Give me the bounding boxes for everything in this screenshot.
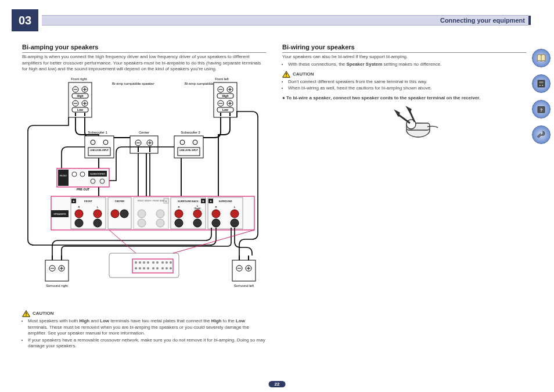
svg-text:Low: Low [222,108,228,112]
biwire-illustration [369,106,439,141]
svg-rect-148 [286,76,286,77]
caution-label: CAUTION [33,311,53,317]
svg-point-38 [91,140,95,145]
device-icon[interactable] [532,74,551,93]
svg-text:B: B [203,200,204,203]
svg-point-127 [135,261,137,264]
biwire-bullets: With these connections, the Speaker Syst… [282,62,526,67]
svg-point-107 [212,210,220,218]
svg-point-133 [161,261,164,264]
svg-text:CENTER: CENTER [115,200,125,203]
svg-point-136 [135,267,137,269]
svg-point-49 [180,140,185,145]
svg-point-62 [91,179,95,184]
svg-text:SURROUND BACK: SURROUND BACK [178,200,199,203]
svg-text:Bi-amp compatible speaker: Bi-amp compatible speaker [112,82,154,85]
svg-text:High: High [222,94,228,98]
svg-text:SURROUND: SURROUND [218,200,232,203]
svg-text:Front left: Front left [215,77,229,81]
svg-point-129 [143,261,145,264]
biwire-bullet: With these connections, the Speaker Syst… [288,62,526,67]
left-column: Bi-amping your speakers Bi-amping is whe… [22,43,266,350]
svg-point-97 [175,210,183,218]
svg-point-81 [120,210,128,218]
svg-point-75 [93,210,102,218]
caution-list-right: Don't connect different speakers from th… [282,79,526,92]
svg-text:?: ? [540,107,543,113]
svg-text:(Single): (Single) [195,207,201,210]
biamp-diagram: Front right Front left Bi-amp compatible… [22,74,266,307]
content-area: Bi-amping your speakers Bi-amping is whe… [0,31,554,350]
svg-point-134 [166,261,168,264]
svg-text:Front right: Front right [71,77,87,81]
svg-rect-42 [130,136,158,153]
caution-icon [282,71,290,78]
svg-text:FRONT: FRONT [60,175,67,177]
svg-point-143 [166,267,168,269]
svg-point-108 [231,210,239,218]
svg-rect-126 [132,259,173,273]
svg-point-132 [156,261,159,264]
svg-point-142 [161,267,164,269]
svg-point-58 [72,172,77,177]
caution-item: Most speakers with both High and Low ter… [28,318,266,336]
svg-point-100 [193,219,202,227]
svg-rect-118 [232,260,256,281]
svg-point-63 [100,179,105,184]
svg-point-110 [231,219,239,227]
svg-point-139 [147,267,149,269]
svg-point-87 [156,210,164,218]
svg-text:FRONT: FRONT [84,200,92,203]
svg-text:LINE LEVEL INPUT: LINE LEVEL INPUT [179,149,198,152]
svg-rect-111 [45,260,69,281]
svg-text:Low: Low [77,108,83,112]
svg-rect-153 [539,81,544,83]
wrench-icon[interactable] [532,125,551,144]
svg-point-86 [138,210,146,218]
biwire-title: Bi-wiring your speakers [282,43,526,53]
svg-rect-146 [26,315,26,316]
book-icon[interactable] [532,49,551,67]
svg-rect-152 [538,80,545,87]
header-title: Connecting your equipment [440,17,525,24]
svg-text:Surround left: Surround left [234,284,254,287]
help-icon[interactable]: ? [532,100,551,118]
header-bar: Connecting your equipment [42,15,528,26]
page-header: 03 Connecting your equipment [0,9,554,31]
svg-text:SUBWOOFER: SUBWOOFER [90,172,105,175]
svg-point-74 [75,210,83,218]
svg-point-131 [152,261,154,264]
svg-text:R: R [215,206,217,208]
svg-text:FRONT HEIGHT / FRONT WIDE: FRONT HEIGHT / FRONT WIDE [138,200,165,202]
wiring-diagram-svg: Front right Front left Bi-amp compatible… [22,74,266,307]
biamp-title: Bi-amping your speakers [22,43,266,53]
svg-text:R: R [178,206,180,208]
caution-heading-left: CAUTION [22,310,266,317]
header-end-block [528,16,531,25]
svg-point-141 [156,267,159,269]
svg-text:A: A [73,200,75,203]
caution-item: When bi-wiring as well, heed the caution… [288,85,526,91]
svg-rect-145 [26,312,26,315]
svg-point-144 [170,267,172,269]
svg-point-154 [539,85,541,86]
svg-point-59 [80,172,85,177]
svg-point-137 [139,267,141,269]
svg-point-138 [143,267,145,269]
svg-text:LINE LEVEL INPUT: LINE LEVEL INPUT [90,149,109,152]
biamp-intro: Bi-amping is when you connect the high f… [22,54,266,72]
svg-point-155 [542,85,543,86]
biwire-step: ● To bi-wire a speaker, connect two spea… [282,95,526,101]
right-column: Bi-wiring your speakers Your speakers ca… [282,43,526,350]
caution-icon [22,310,30,317]
svg-text:High: High [77,94,83,98]
svg-text:Surround right: Surround right [46,284,68,287]
svg-point-98 [193,210,202,218]
svg-point-89 [156,219,164,227]
svg-text:R: R [78,206,80,208]
svg-point-88 [138,219,146,227]
svg-text:PRE OUT: PRE OUT [77,188,89,191]
svg-text:Subwoofer 1: Subwoofer 1 [88,131,107,134]
svg-rect-147 [286,73,286,75]
caution-item: Don't connect different speakers from th… [288,79,526,85]
